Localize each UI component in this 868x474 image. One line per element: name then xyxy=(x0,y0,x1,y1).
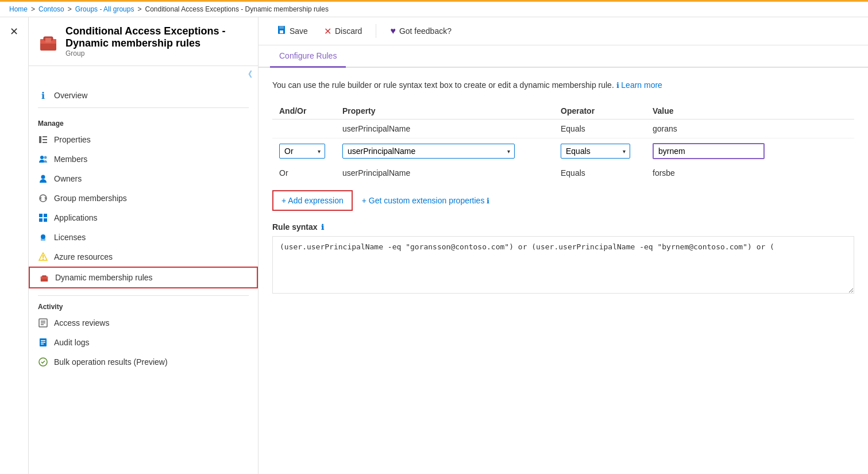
rule-syntax-label: Rule syntax ℹ xyxy=(272,222,854,232)
applications-icon xyxy=(38,213,48,223)
group-memberships-icon xyxy=(38,193,48,203)
sidebar-item-members[interactable]: Members xyxy=(29,149,258,169)
col-header-property: Property xyxy=(335,103,554,120)
row2-property-cell: userPrincipalName displayName mail depar… xyxy=(335,138,554,164)
nav-divider-manage xyxy=(38,107,249,108)
svg-rect-33 xyxy=(280,30,283,33)
property-select[interactable]: userPrincipalName displayName mail depar… xyxy=(342,144,515,159)
add-expression-button[interactable]: + Add expression xyxy=(272,190,353,211)
save-button[interactable]: Save xyxy=(270,22,315,40)
feedback-label: Got feedback? xyxy=(399,26,452,36)
rule-syntax-info-icon[interactable]: ℹ xyxy=(321,223,324,232)
sidebar-item-label: Access reviews xyxy=(54,318,109,327)
row2-value-cell xyxy=(646,138,854,164)
properties-icon xyxy=(38,134,48,145)
andor-select[interactable]: Or And xyxy=(279,144,325,159)
sidebar-item-licenses[interactable]: Licenses xyxy=(29,228,258,247)
sidebar-item-overview[interactable]: ℹ Overview xyxy=(29,86,258,105)
svg-rect-14 xyxy=(39,218,43,222)
svg-rect-6 xyxy=(43,139,47,140)
save-icon xyxy=(277,25,286,37)
value-input[interactable] xyxy=(653,143,765,159)
col-header-andor: And/Or xyxy=(272,103,335,120)
table-row: Or userPrincipalName Equals forsbe xyxy=(272,164,854,182)
operator-select[interactable]: Equals Not Equals Contains Not Contains … xyxy=(561,144,630,159)
discard-button[interactable]: ✕ Discard xyxy=(317,22,369,40)
row1-value: gorans xyxy=(646,120,854,138)
svg-rect-4 xyxy=(39,136,41,143)
info-icon: ℹ xyxy=(38,90,48,101)
rules-table: And/Or Property Operator Value userPrinc… xyxy=(272,103,854,182)
dynamic-membership-icon xyxy=(39,272,49,283)
table-row: userPrincipalName Equals gorans xyxy=(272,120,854,138)
bulk-operations-icon xyxy=(38,357,48,367)
custom-info-icon[interactable]: ℹ xyxy=(487,196,489,205)
svg-rect-18 xyxy=(43,255,44,258)
owners-icon xyxy=(38,174,48,184)
page-title: Conditional Access Exceptions - Dynamic … xyxy=(65,25,249,49)
col-header-value: Value xyxy=(646,103,854,120)
get-custom-properties-button[interactable]: + Get custom extension properties ℹ xyxy=(362,196,490,205)
sidebar-item-properties[interactable]: Properties xyxy=(29,130,258,149)
operator-select-wrapper: Equals Not Equals Contains Not Contains … xyxy=(561,144,630,159)
page-header: Conditional Access Exceptions - Dynamic … xyxy=(29,17,258,66)
access-reviews-icon xyxy=(38,318,48,328)
content-area: You can use the rule builder or rule syn… xyxy=(259,68,868,474)
svg-point-10 xyxy=(41,175,45,179)
rule-syntax-textarea[interactable] xyxy=(272,236,854,294)
sidebar-item-applications[interactable]: Applications xyxy=(29,208,258,228)
property-select-wrapper: userPrincipalName displayName mail depar… xyxy=(342,144,515,159)
sidebar-item-label: Properties xyxy=(54,135,91,144)
toolbar-divider xyxy=(376,24,376,38)
sidebar-item-audit-logs[interactable]: Audit logs xyxy=(29,333,258,352)
svg-rect-7 xyxy=(43,142,47,143)
col-header-operator: Operator xyxy=(554,103,646,120)
svg-point-9 xyxy=(44,156,47,159)
sidebar-item-group-memberships[interactable]: Group memberships xyxy=(29,188,258,208)
breadcrumb-contoso[interactable]: Contoso xyxy=(38,5,64,13)
sidebar-item-access-reviews[interactable]: Access reviews xyxy=(29,313,258,333)
learn-more-link[interactable]: Learn more xyxy=(621,80,662,90)
svg-rect-12 xyxy=(39,214,43,217)
svg-rect-3 xyxy=(45,38,51,43)
row3-operator: Equals xyxy=(554,164,646,182)
sidebar: Conditional Access Exceptions - Dynamic … xyxy=(29,17,259,474)
row3-andor: Or xyxy=(272,164,335,182)
svg-rect-28 xyxy=(41,340,45,341)
sidebar-item-label: Applications xyxy=(54,213,98,222)
sidebar-item-owners[interactable]: Owners xyxy=(29,169,258,188)
svg-rect-5 xyxy=(43,136,47,137)
row2-andor-cell: Or And ▾ xyxy=(272,138,335,164)
breadcrumb-current: Conditional Access Exceptions - Dynamic … xyxy=(145,5,328,13)
sidebar-item-label: Owners xyxy=(54,174,82,183)
svg-point-8 xyxy=(40,156,44,159)
feedback-button[interactable]: ♥ Got feedback? xyxy=(383,22,458,40)
close-column: ✕ xyxy=(0,17,29,474)
licenses-icon xyxy=(38,232,48,242)
nav-section-overview: ℹ Overview xyxy=(29,83,258,113)
breadcrumb-home[interactable]: Home xyxy=(9,5,28,13)
breadcrumb-groups[interactable]: Groups - All groups xyxy=(75,5,134,13)
tabs-bar: Configure Rules xyxy=(259,45,868,68)
svg-rect-29 xyxy=(41,342,45,343)
save-label: Save xyxy=(290,26,308,36)
manage-label: Manage xyxy=(29,115,258,130)
members-icon xyxy=(38,154,48,164)
sidebar-item-dynamic-membership[interactable]: Dynamic membership rules xyxy=(29,267,258,288)
row3-property: userPrincipalName xyxy=(335,164,554,182)
sidebar-collapse-button[interactable]: 《 xyxy=(244,70,252,80)
row1-operator: Equals xyxy=(554,120,646,138)
close-button[interactable]: ✕ xyxy=(5,23,23,40)
sidebar-item-azure-resources[interactable]: Azure resources xyxy=(29,247,258,267)
sidebar-item-label: Licenses xyxy=(54,233,86,242)
header-icon xyxy=(38,31,59,52)
actions-row: + Add expression + Get custom extension … xyxy=(272,190,854,211)
nav-divider-activity xyxy=(38,295,249,296)
tab-configure-rules[interactable]: Configure Rules xyxy=(270,45,346,68)
feedback-icon: ♥ xyxy=(390,26,396,36)
sidebar-item-label: Bulk operation results (Preview) xyxy=(54,357,168,367)
sidebar-item-bulk-operations[interactable]: Bulk operation results (Preview) xyxy=(29,352,258,372)
sidebar-item-label: Dynamic membership rules xyxy=(55,273,153,282)
discard-icon: ✕ xyxy=(324,26,331,37)
andor-select-wrapper: Or And ▾ xyxy=(279,144,325,159)
